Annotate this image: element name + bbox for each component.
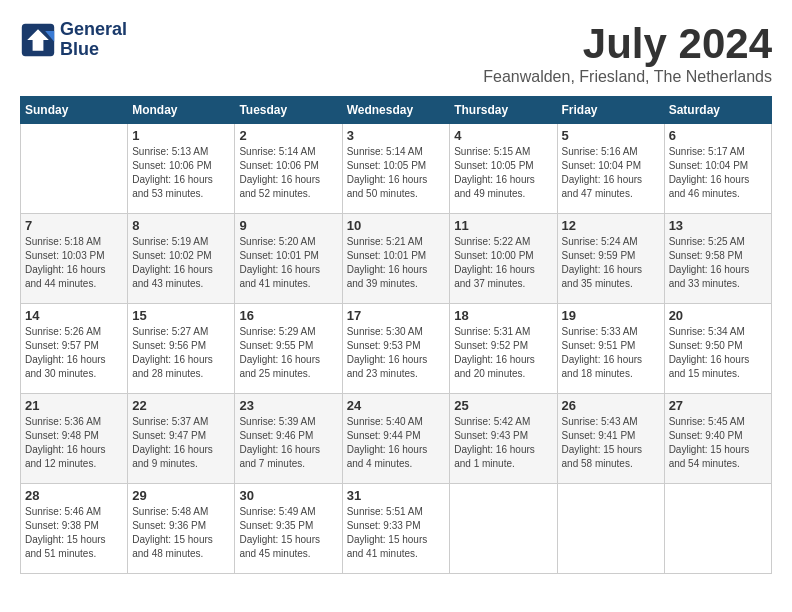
calendar-cell: 10Sunrise: 5:21 AM Sunset: 10:01 PM Dayl…	[342, 214, 450, 304]
day-detail: Sunrise: 5:36 AM Sunset: 9:48 PM Dayligh…	[25, 415, 123, 471]
day-number: 23	[239, 398, 337, 413]
calendar-cell: 17Sunrise: 5:30 AM Sunset: 9:53 PM Dayli…	[342, 304, 450, 394]
calendar-cell: 25Sunrise: 5:42 AM Sunset: 9:43 PM Dayli…	[450, 394, 557, 484]
calendar-cell: 8Sunrise: 5:19 AM Sunset: 10:02 PM Dayli…	[128, 214, 235, 304]
calendar-cell: 3Sunrise: 5:14 AM Sunset: 10:05 PM Dayli…	[342, 124, 450, 214]
calendar-cell: 7Sunrise: 5:18 AM Sunset: 10:03 PM Dayli…	[21, 214, 128, 304]
logo: General Blue	[20, 20, 127, 60]
calendar-cell: 30Sunrise: 5:49 AM Sunset: 9:35 PM Dayli…	[235, 484, 342, 574]
day-detail: Sunrise: 5:17 AM Sunset: 10:04 PM Daylig…	[669, 145, 767, 201]
calendar-cell: 14Sunrise: 5:26 AM Sunset: 9:57 PM Dayli…	[21, 304, 128, 394]
calendar-cell: 16Sunrise: 5:29 AM Sunset: 9:55 PM Dayli…	[235, 304, 342, 394]
calendar-cell: 15Sunrise: 5:27 AM Sunset: 9:56 PM Dayli…	[128, 304, 235, 394]
day-detail: Sunrise: 5:51 AM Sunset: 9:33 PM Dayligh…	[347, 505, 446, 561]
day-number: 17	[347, 308, 446, 323]
day-detail: Sunrise: 5:48 AM Sunset: 9:36 PM Dayligh…	[132, 505, 230, 561]
day-number: 28	[25, 488, 123, 503]
calendar-cell	[450, 484, 557, 574]
day-detail: Sunrise: 5:15 AM Sunset: 10:05 PM Daylig…	[454, 145, 552, 201]
day-detail: Sunrise: 5:43 AM Sunset: 9:41 PM Dayligh…	[562, 415, 660, 471]
day-number: 2	[239, 128, 337, 143]
day-detail: Sunrise: 5:25 AM Sunset: 9:58 PM Dayligh…	[669, 235, 767, 291]
day-number: 4	[454, 128, 552, 143]
day-number: 15	[132, 308, 230, 323]
day-detail: Sunrise: 5:29 AM Sunset: 9:55 PM Dayligh…	[239, 325, 337, 381]
day-detail: Sunrise: 5:19 AM Sunset: 10:02 PM Daylig…	[132, 235, 230, 291]
day-number: 8	[132, 218, 230, 233]
calendar-cell: 31Sunrise: 5:51 AM Sunset: 9:33 PM Dayli…	[342, 484, 450, 574]
day-number: 20	[669, 308, 767, 323]
day-number: 29	[132, 488, 230, 503]
calendar-cell: 6Sunrise: 5:17 AM Sunset: 10:04 PM Dayli…	[664, 124, 771, 214]
calendar-cell: 1Sunrise: 5:13 AM Sunset: 10:06 PM Dayli…	[128, 124, 235, 214]
day-number: 13	[669, 218, 767, 233]
day-detail: Sunrise: 5:45 AM Sunset: 9:40 PM Dayligh…	[669, 415, 767, 471]
calendar-cell: 18Sunrise: 5:31 AM Sunset: 9:52 PM Dayli…	[450, 304, 557, 394]
calendar-cell: 13Sunrise: 5:25 AM Sunset: 9:58 PM Dayli…	[664, 214, 771, 304]
column-header-sunday: Sunday	[21, 97, 128, 124]
day-detail: Sunrise: 5:33 AM Sunset: 9:51 PM Dayligh…	[562, 325, 660, 381]
month-title: July 2024	[483, 20, 772, 68]
day-detail: Sunrise: 5:34 AM Sunset: 9:50 PM Dayligh…	[669, 325, 767, 381]
day-detail: Sunrise: 5:13 AM Sunset: 10:06 PM Daylig…	[132, 145, 230, 201]
calendar-cell: 23Sunrise: 5:39 AM Sunset: 9:46 PM Dayli…	[235, 394, 342, 484]
logo-text: General Blue	[60, 20, 127, 60]
day-number: 19	[562, 308, 660, 323]
column-header-saturday: Saturday	[664, 97, 771, 124]
day-detail: Sunrise: 5:49 AM Sunset: 9:35 PM Dayligh…	[239, 505, 337, 561]
calendar-cell	[664, 484, 771, 574]
calendar-cell: 2Sunrise: 5:14 AM Sunset: 10:06 PM Dayli…	[235, 124, 342, 214]
day-number: 14	[25, 308, 123, 323]
day-number: 31	[347, 488, 446, 503]
header-row: SundayMondayTuesdayWednesdayThursdayFrid…	[21, 97, 772, 124]
calendar-cell: 9Sunrise: 5:20 AM Sunset: 10:01 PM Dayli…	[235, 214, 342, 304]
day-detail: Sunrise: 5:18 AM Sunset: 10:03 PM Daylig…	[25, 235, 123, 291]
logo-icon	[20, 22, 56, 58]
location-title: Feanwalden, Friesland, The Netherlands	[483, 68, 772, 86]
day-number: 27	[669, 398, 767, 413]
week-row-5: 28Sunrise: 5:46 AM Sunset: 9:38 PM Dayli…	[21, 484, 772, 574]
day-number: 9	[239, 218, 337, 233]
calendar-cell: 24Sunrise: 5:40 AM Sunset: 9:44 PM Dayli…	[342, 394, 450, 484]
day-detail: Sunrise: 5:31 AM Sunset: 9:52 PM Dayligh…	[454, 325, 552, 381]
calendar-cell: 22Sunrise: 5:37 AM Sunset: 9:47 PM Dayli…	[128, 394, 235, 484]
day-detail: Sunrise: 5:46 AM Sunset: 9:38 PM Dayligh…	[25, 505, 123, 561]
day-detail: Sunrise: 5:14 AM Sunset: 10:05 PM Daylig…	[347, 145, 446, 201]
calendar-cell: 28Sunrise: 5:46 AM Sunset: 9:38 PM Dayli…	[21, 484, 128, 574]
day-number: 5	[562, 128, 660, 143]
day-number: 30	[239, 488, 337, 503]
calendar-cell: 5Sunrise: 5:16 AM Sunset: 10:04 PM Dayli…	[557, 124, 664, 214]
day-detail: Sunrise: 5:42 AM Sunset: 9:43 PM Dayligh…	[454, 415, 552, 471]
column-header-friday: Friday	[557, 97, 664, 124]
calendar-cell: 21Sunrise: 5:36 AM Sunset: 9:48 PM Dayli…	[21, 394, 128, 484]
calendar-cell: 11Sunrise: 5:22 AM Sunset: 10:00 PM Dayl…	[450, 214, 557, 304]
calendar-cell: 26Sunrise: 5:43 AM Sunset: 9:41 PM Dayli…	[557, 394, 664, 484]
column-header-wednesday: Wednesday	[342, 97, 450, 124]
column-header-tuesday: Tuesday	[235, 97, 342, 124]
day-number: 26	[562, 398, 660, 413]
week-row-4: 21Sunrise: 5:36 AM Sunset: 9:48 PM Dayli…	[21, 394, 772, 484]
calendar-cell: 29Sunrise: 5:48 AM Sunset: 9:36 PM Dayli…	[128, 484, 235, 574]
column-header-thursday: Thursday	[450, 97, 557, 124]
day-detail: Sunrise: 5:16 AM Sunset: 10:04 PM Daylig…	[562, 145, 660, 201]
day-number: 22	[132, 398, 230, 413]
day-detail: Sunrise: 5:30 AM Sunset: 9:53 PM Dayligh…	[347, 325, 446, 381]
day-number: 1	[132, 128, 230, 143]
day-detail: Sunrise: 5:26 AM Sunset: 9:57 PM Dayligh…	[25, 325, 123, 381]
calendar-cell: 12Sunrise: 5:24 AM Sunset: 9:59 PM Dayli…	[557, 214, 664, 304]
day-number: 7	[25, 218, 123, 233]
page-header: General Blue July 2024 Feanwalden, Fries…	[20, 20, 772, 86]
week-row-2: 7Sunrise: 5:18 AM Sunset: 10:03 PM Dayli…	[21, 214, 772, 304]
day-number: 18	[454, 308, 552, 323]
day-number: 12	[562, 218, 660, 233]
day-number: 10	[347, 218, 446, 233]
day-detail: Sunrise: 5:27 AM Sunset: 9:56 PM Dayligh…	[132, 325, 230, 381]
day-number: 24	[347, 398, 446, 413]
day-number: 16	[239, 308, 337, 323]
calendar-cell: 19Sunrise: 5:33 AM Sunset: 9:51 PM Dayli…	[557, 304, 664, 394]
day-detail: Sunrise: 5:14 AM Sunset: 10:06 PM Daylig…	[239, 145, 337, 201]
day-detail: Sunrise: 5:40 AM Sunset: 9:44 PM Dayligh…	[347, 415, 446, 471]
day-number: 3	[347, 128, 446, 143]
calendar-cell	[557, 484, 664, 574]
day-detail: Sunrise: 5:20 AM Sunset: 10:01 PM Daylig…	[239, 235, 337, 291]
